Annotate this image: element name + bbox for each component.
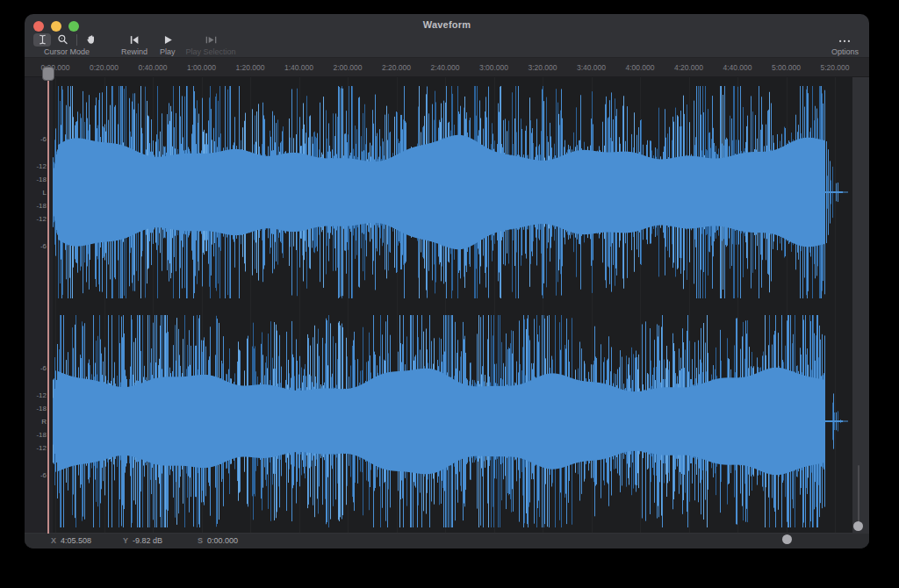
ruler-time-label: 0:40.000 [138, 63, 167, 72]
db-scale-label: -12 [36, 444, 47, 452]
playhead-line [47, 81, 49, 534]
play-selection-button[interactable]: Play Selection [186, 33, 236, 56]
waveform-canvas[interactable] [53, 77, 852, 533]
ruler-time-label: 1:40.000 [284, 63, 313, 72]
db-scale-label: -12 [36, 162, 47, 170]
zoom-cursor-button[interactable] [54, 33, 71, 47]
status-x-readout: X4:05.508 [51, 536, 91, 545]
hand-icon [85, 33, 97, 46]
cursor-mode-group: Cursor Mode [33, 32, 100, 56]
ruler-time-label: 5:20.000 [820, 63, 849, 72]
db-scale-label: -18 [36, 202, 47, 210]
ruler[interactable]: 0:00.0000:20.0000:40.0001:00.0001:20.000… [25, 57, 869, 77]
vertical-zoom-slider-knob[interactable] [853, 521, 863, 531]
playhead-handle[interactable] [42, 67, 54, 81]
ruler-time-label: 2:40.000 [430, 63, 459, 72]
horizontal-zoom-slider-knob[interactable] [782, 534, 792, 544]
rewind-button[interactable]: Rewind [121, 33, 147, 56]
rewind-icon [128, 33, 140, 47]
status-bar: X4:05.508Y-9.82 dBS0:00.000 [25, 534, 869, 549]
vertical-zoom-slider-track[interactable] [858, 465, 859, 527]
options-button[interactable]: Options [831, 35, 859, 56]
ruler-time-label: 1:00.000 [187, 63, 216, 72]
window-title: Waveform [25, 19, 869, 30]
db-scale-label: -6 [40, 242, 47, 250]
play-icon [162, 33, 174, 47]
play-selection-label: Play Selection [186, 47, 236, 56]
toolbar: Cursor Mode Rewind Play [25, 33, 869, 57]
channel-label-l: L [43, 189, 47, 197]
magnifier-icon [57, 33, 68, 46]
ruler-time-label: 1:20.000 [235, 63, 264, 72]
ibeam-cursor-button[interactable] [33, 33, 51, 47]
ruler-time-label: 5:00.000 [772, 63, 801, 72]
ruler-time-label: 3:20.000 [528, 63, 557, 72]
rewind-label: Rewind [121, 47, 147, 56]
ibeam-cursor-icon [37, 33, 48, 46]
options-label: Options [831, 47, 859, 56]
play-button[interactable]: Play [160, 33, 176, 56]
ruler-time-label: 2:00.000 [333, 63, 362, 72]
hand-cursor-button[interactable] [83, 33, 100, 47]
db-scale-label: -6 [40, 364, 47, 372]
db-scale-label: -6 [40, 135, 47, 143]
ruler-time-label: 3:00.000 [479, 63, 508, 72]
play-selection-icon [205, 33, 218, 47]
title-bar[interactable]: Waveform [25, 14, 869, 33]
status-y-readout: Y-9.82 dB [123, 536, 162, 545]
ruler-time-label: 2:20.000 [382, 63, 411, 72]
db-scale-label: -12 [36, 215, 47, 223]
db-scale-label: -18 [36, 405, 47, 412]
play-label: Play [160, 47, 176, 56]
ruler-time-label: 0:20.000 [90, 63, 119, 72]
db-scale-label: -6 [40, 471, 47, 479]
status-s-readout: S0:00.000 [198, 536, 238, 545]
db-scale-label: -12 [36, 391, 47, 399]
ruler-time-label: 3:40.000 [577, 63, 606, 72]
db-scale-label: -18 [36, 176, 47, 183]
main-area: -6-12-18L-18-12-6-6-12-18R-18-12-6 [25, 77, 869, 533]
cursor-mode-label: Cursor Mode [44, 47, 90, 56]
wave-panel [53, 77, 852, 533]
channel-label-r: R [41, 418, 47, 426]
waveform-window: Waveform [25, 14, 869, 549]
toolbar-divider [76, 34, 77, 46]
ruler-time-label: 4:40.000 [723, 63, 752, 72]
ruler-time-label: 4:00.000 [625, 63, 654, 72]
db-scale-label: -18 [36, 431, 47, 439]
ellipsis-icon [838, 35, 852, 47]
ruler-time-label: 4:20.000 [674, 63, 703, 72]
